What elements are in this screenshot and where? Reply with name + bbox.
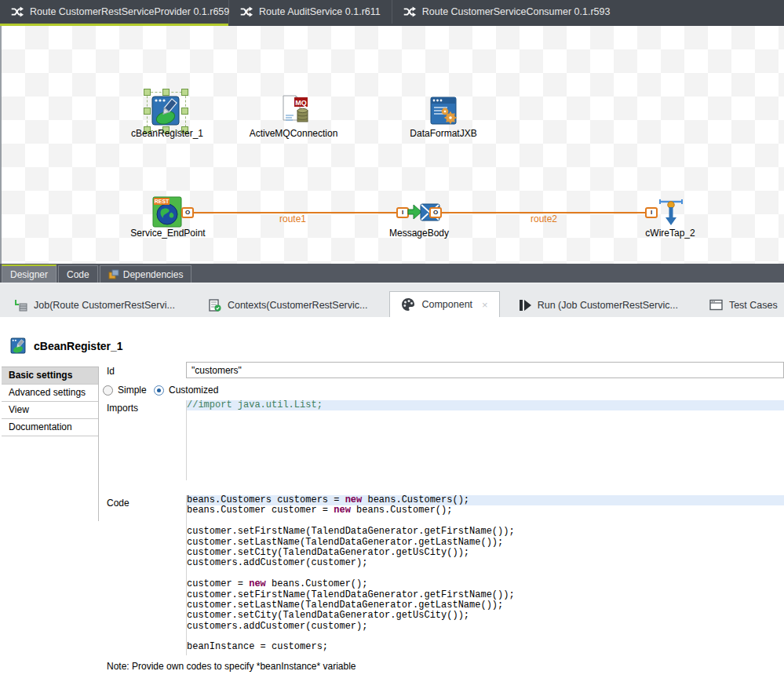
radio-simple[interactable]: Simple (103, 385, 147, 396)
tab-code[interactable]: Code (58, 265, 98, 283)
view-tab-label: Contexts(CustomerRestServic... (228, 300, 368, 311)
tab-route-customerrestserviceprovider[interactable]: Route CustomerRestServiceProvider 0.1.r6… (0, 0, 229, 24)
component-header: cBeanRegister_1 (10, 337, 123, 354)
id-input[interactable]: "customers" (186, 362, 784, 378)
contexts-icon (208, 298, 221, 312)
component-label[interactable]: DataFormatJXB (410, 128, 476, 139)
talend-studio-window: Route CustomerRestServiceProvider 0.1.r6… (0, 0, 784, 682)
tab-run[interactable]: Run (Job CustomerRestServic... (508, 293, 689, 317)
bean-register-icon (151, 95, 181, 126)
code-label: Code (107, 498, 129, 509)
dependencies-tab-label: Dependencies (123, 269, 184, 280)
tab-dependencies[interactable]: Dependencies (100, 265, 192, 283)
imports-label: Imports (107, 403, 138, 414)
component-settings-panel: cBeanRegister_1 Basic settings Advanced … (0, 317, 784, 682)
radio-button-icon[interactable] (103, 385, 113, 396)
view-tab-bar: Job(Route CustomerRestServi... Contexts(… (0, 284, 784, 317)
component-label[interactable]: MessageBody (389, 228, 449, 239)
code-tab-label: Code (67, 269, 89, 280)
view-tab-label: Job(Route CustomerRestServi... (34, 300, 175, 311)
bean-instance-note: Note: Provide own codes to specify *bean… (107, 661, 356, 672)
tab-route-auditservice[interactable]: Route AuditService 0.1.r611 (229, 0, 392, 24)
section-view[interactable]: View (2, 402, 98, 419)
imports-editor[interactable]: //import java.util.List; (186, 400, 784, 480)
id-label: Id (107, 366, 115, 377)
code-editor[interactable]: beans.Customers customers = new beans.Cu… (186, 495, 784, 655)
tab-route-customerserviceconsumer[interactable]: Route CustomerServiceConsumer 0.1.r593 (392, 0, 622, 24)
component-title: cBeanRegister_1 (34, 340, 123, 352)
selection-handle[interactable] (144, 108, 151, 115)
test-cases-icon (709, 299, 723, 311)
bean-register-icon (10, 337, 26, 354)
section-advanced-settings[interactable]: Advanced settings (2, 385, 98, 402)
component-cbeanregister[interactable] (151, 95, 181, 126)
code-editor-lines: beans.Customers customers = new beans.Cu… (187, 495, 784, 653)
tab-designer[interactable]: Designer (2, 264, 57, 283)
section-basic-settings[interactable]: Basic settings (2, 367, 98, 385)
radio-button-checked-icon[interactable] (154, 385, 164, 396)
selection-handle[interactable] (144, 89, 151, 96)
tab-component[interactable]: Component × (389, 291, 499, 317)
component-label[interactable]: cWireTap_2 (645, 228, 695, 239)
wiretap-icon (657, 197, 685, 228)
route-icon (403, 6, 416, 17)
connection-label[interactable]: route1 (279, 213, 306, 224)
section-documentation[interactable]: Documentation (2, 419, 98, 436)
view-tab-label: Test Cases (729, 300, 778, 311)
route-tab-label: Route CustomerServiceConsumer 0.1.r593 (422, 6, 611, 17)
svg-text:REST: REST (155, 199, 170, 204)
svg-text:MQ: MQ (295, 99, 307, 107)
settings-section-list: Basic settings Advanced settings View Do… (2, 367, 99, 521)
dependencies-icon (108, 269, 119, 279)
component-dataformatjxb[interactable] (428, 95, 458, 126)
close-icon[interactable]: × (482, 299, 488, 311)
tab-test-cases[interactable]: Test Cases (698, 293, 784, 317)
selection-handle[interactable] (181, 108, 188, 115)
radio-simple-label: Simple (118, 385, 147, 396)
output-port[interactable]: O (429, 207, 442, 218)
dataformat-icon (428, 95, 458, 126)
component-label[interactable]: cBeanRegister_1 (131, 128, 203, 139)
route-tab-label: Route AuditService 0.1.r611 (259, 6, 381, 17)
component-label[interactable]: ActiveMQConnection (250, 128, 338, 139)
component-palette-icon (401, 297, 415, 312)
tab-contexts[interactable]: Contexts(CustomerRestServic... (197, 293, 379, 317)
designer-tab-label: Designer (10, 269, 48, 280)
component-label[interactable]: Service_EndPoint (130, 228, 205, 239)
run-icon (519, 299, 531, 312)
tab-job[interactable]: Job(Route CustomerRestServi... (3, 293, 186, 317)
activemq-icon: MQ (278, 93, 309, 126)
view-tab-label: Component (421, 299, 472, 310)
route-icon (240, 6, 253, 17)
job-icon (14, 299, 27, 312)
component-service-endpoint[interactable]: REST (151, 195, 183, 228)
imports-code-line: //import java.util.List; (187, 399, 323, 410)
connection-label[interactable]: route2 (531, 213, 557, 224)
output-port[interactable]: O (181, 207, 194, 218)
route-tab-label: Route CustomerRestServiceProvider 0.1.r6… (30, 6, 229, 17)
component-cwiretap[interactable] (657, 197, 685, 228)
component-activemqconnection[interactable]: MQ (278, 93, 309, 126)
route-designer-canvas[interactable]: cBeanRegister_1 MQ ActiveMQConnec (0, 26, 784, 264)
route-tab-bar: Route CustomerRestServiceProvider 0.1.r6… (0, 0, 784, 26)
radio-customized-label: Customized (169, 385, 218, 396)
route-icon (11, 6, 24, 17)
view-tab-label: Run (Job CustomerRestServic... (538, 300, 678, 311)
input-port[interactable]: I (645, 207, 658, 218)
editor-mode-tab-bar: Designer Code Dependencies (0, 264, 784, 283)
selection-handle[interactable] (181, 89, 188, 96)
radio-customized[interactable]: Customized (154, 385, 218, 396)
rest-endpoint-icon: REST (151, 195, 183, 228)
